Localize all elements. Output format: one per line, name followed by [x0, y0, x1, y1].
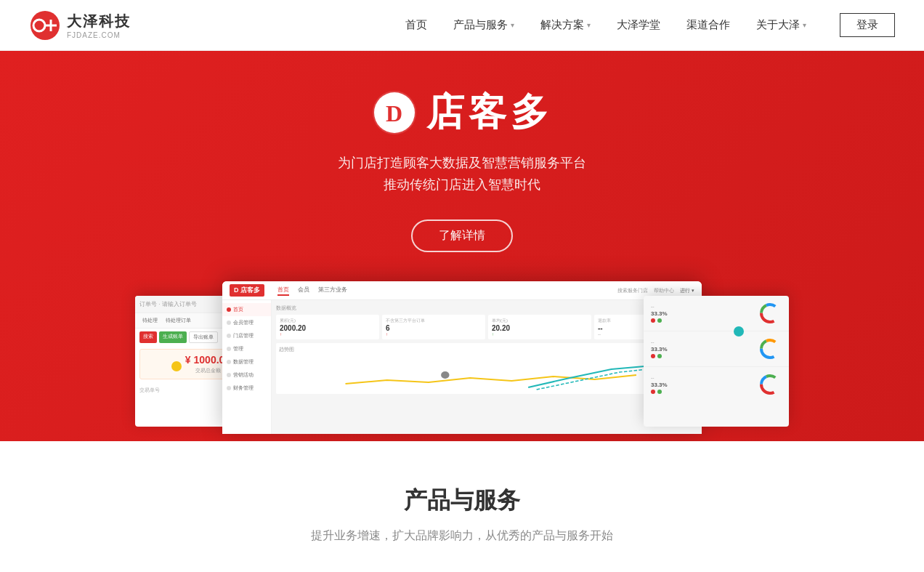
- svg-point-7: [441, 371, 449, 379]
- hero-section: D 店客多 为门店打造顾客大数据及智慧营销服务平台 推动传统门店进入智慧时代 了…: [0, 51, 924, 441]
- logo[interactable]: 大泽科技 FJDAZE.COM: [29, 9, 131, 41]
- chevron-down-icon: ▾: [587, 21, 591, 29]
- hero-brand-name: 店客多: [426, 87, 553, 138]
- hero-desc1: 为门店打造顾客大数据及智慧营销服务平台: [338, 154, 586, 172]
- main-nav: 首页 产品与服务 ▾ 解决方案 ▾ 大泽学堂 渠道合作 关于大泽 ▾ 登录: [405, 13, 895, 37]
- indicator-dot-teal: [734, 326, 744, 337]
- header: 大泽科技 FJDAZE.COM 首页 产品与服务 ▾ 解决方案 ▾ 大泽学堂 渠…: [0, 0, 924, 51]
- chevron-down-icon: ▾: [511, 21, 514, 29]
- hero-desc2: 推动传统门店进入智慧时代: [384, 176, 540, 193]
- nav-about[interactable]: 关于大泽 ▾: [756, 18, 806, 32]
- section-title: 产品与服务: [0, 485, 924, 517]
- products-section: 产品与服务 提升业务增速，扩大品牌影响力，从优秀的产品与服务开始 掌销宝·众店 …: [0, 441, 924, 572]
- screenshot-right: -- 33.3% -- 33.3%: [644, 296, 789, 427]
- hero-cta-button[interactable]: 了解详情: [411, 219, 513, 252]
- logo-text: 大泽科技 FJDAZE.COM: [67, 12, 131, 39]
- brand-icon: D: [371, 89, 418, 136]
- svg-text:D: D: [386, 100, 402, 126]
- nav-solutions[interactable]: 解决方案 ▾: [540, 18, 591, 32]
- section-subtitle: 提升业务增速，扩大品牌影响力，从优秀的产品与服务开始: [0, 528, 924, 544]
- hero-brand: D 店客多: [371, 87, 553, 138]
- nav-channel[interactable]: 渠道合作: [686, 18, 730, 32]
- indicator-dot-yellow: [171, 361, 182, 371]
- hero-screenshot: 订单号 · 请输入订单号 待处理 待处理订单 搜索 生成账单 导出账单 ¥ 10…: [135, 281, 789, 441]
- logo-icon: [29, 9, 61, 41]
- login-button[interactable]: 登录: [840, 13, 895, 37]
- nav-academy[interactable]: 大泽学堂: [617, 18, 660, 32]
- nav-products[interactable]: 产品与服务 ▾: [453, 18, 514, 32]
- screenshot-main: D 店客多 首页 会员 第三方业务 搜索服务门店 帮助中心 进行 ▾ 首页: [222, 281, 702, 434]
- logo-cn: 大泽科技: [67, 12, 131, 31]
- nav-home[interactable]: 首页: [405, 18, 427, 32]
- chevron-down-icon: ▾: [803, 21, 806, 29]
- logo-en: FJDAZE.COM: [67, 31, 131, 39]
